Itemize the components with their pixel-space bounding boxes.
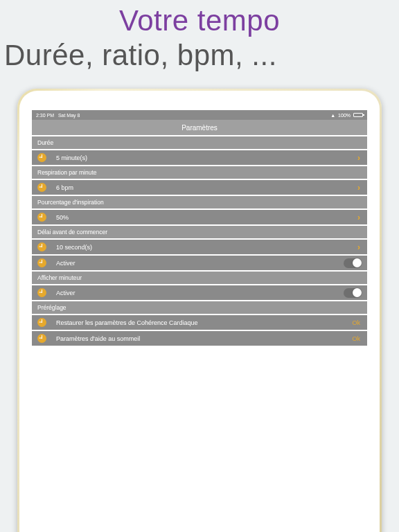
row-delai-label: 10 second(s) [56, 244, 357, 251]
section-header-prereglage: Préréglage [32, 300, 367, 314]
chevron-right-icon: › [357, 183, 362, 193]
row-delai-value[interactable]: 10 second(s) › [32, 238, 367, 254]
ok-action[interactable]: Ok [352, 335, 362, 342]
battery-percent: 100% [338, 113, 351, 118]
section-header-minuteur: Afficher minuteur [32, 270, 367, 284]
status-time: 2:30 PM [36, 113, 54, 118]
row-duree[interactable]: 5 minute(s) › [32, 149, 367, 165]
clock-icon [37, 258, 46, 267]
clock-icon [37, 318, 46, 327]
row-restore-coherence-label: Restaurer les paramètres de Cohérence Ca… [56, 319, 352, 326]
wifi-icon: ▲ [330, 113, 335, 118]
clock-icon [37, 153, 46, 162]
clock-icon [37, 334, 46, 343]
row-duree-label: 5 minute(s) [56, 154, 357, 161]
chevron-right-icon: › [357, 213, 362, 222]
clock-icon [37, 213, 46, 222]
row-inspiration[interactable]: 50% › [32, 209, 367, 224]
settings-list: Durée 5 minute(s) › Respiration par minu… [32, 135, 367, 532]
row-minuteur-toggle-label: Activer [56, 290, 344, 296]
status-bar: 2:30 PM Sat May 8 ▲ 100% [32, 110, 367, 120]
page-subhead: Durée, ratio, bpm, ... [0, 37, 399, 78]
ok-action[interactable]: Ok [352, 319, 362, 326]
row-respiration[interactable]: 6 bpm › [32, 179, 367, 195]
tablet-screen: 2:30 PM Sat May 8 ▲ 100% Paramètres Duré… [32, 110, 367, 532]
clock-icon [37, 288, 46, 297]
row-delai-toggle[interactable]: Activer [32, 254, 367, 270]
chevron-right-icon: › [357, 242, 362, 252]
row-respiration-label: 6 bpm [56, 184, 357, 191]
tablet-bezel: 2:30 PM Sat May 8 ▲ 100% Paramètres Duré… [19, 91, 380, 532]
row-inspiration-label: 50% [56, 214, 357, 221]
toggle-switch[interactable] [344, 258, 362, 268]
section-header-respiration: Respiration par minute [32, 165, 367, 179]
row-minuteur-toggle[interactable]: Activer [32, 284, 367, 300]
row-sleep-aid[interactable]: Paramètres d'aide au sommeil Ok [32, 330, 367, 346]
section-header-duree: Durée [32, 135, 367, 149]
row-sleep-aid-label: Paramètres d'aide au sommeil [56, 335, 352, 342]
toggle-switch[interactable] [344, 288, 362, 298]
status-time-date: 2:30 PM Sat May 8 [36, 113, 80, 118]
nav-title: Paramètres [181, 124, 218, 132]
section-header-delai: Délai avant de commencer [32, 224, 367, 238]
section-header-inspiration: Pourcentage d'inspiration [32, 195, 367, 209]
row-delai-toggle-label: Activer [56, 260, 344, 267]
status-date: Sat May 8 [58, 113, 80, 118]
clock-icon [37, 183, 46, 192]
chevron-right-icon: › [357, 153, 362, 163]
list-empty-space [32, 346, 367, 532]
page-headline: Votre tempo [0, 0, 399, 37]
battery-icon [353, 113, 363, 117]
tablet-frame: 2:30 PM Sat May 8 ▲ 100% Paramètres Duré… [17, 89, 382, 532]
row-restore-coherence[interactable]: Restaurer les paramètres de Cohérence Ca… [32, 314, 367, 330]
nav-bar: Paramètres [32, 120, 367, 135]
clock-icon [37, 242, 46, 251]
